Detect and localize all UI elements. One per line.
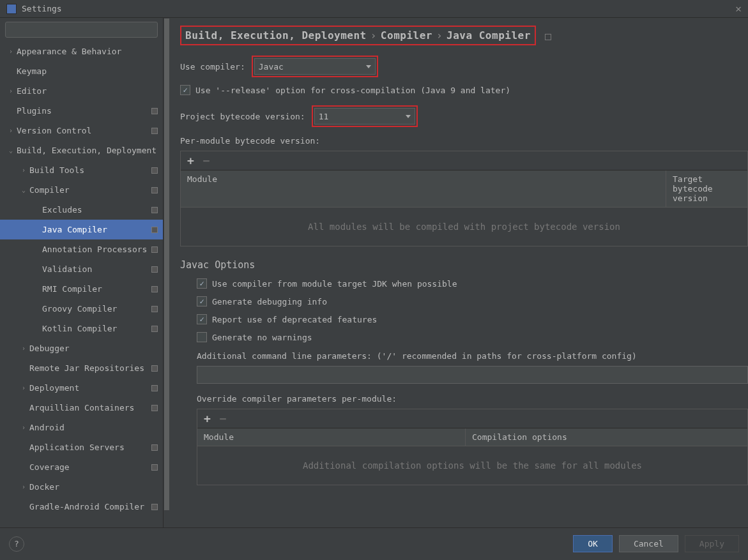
module-marker-icon — [151, 306, 158, 312]
chevron-right-icon: › — [436, 29, 443, 42]
project-bytecode-value: 11 — [319, 112, 401, 121]
sidebar-item[interactable]: ⌄Compiler — [0, 180, 163, 200]
module-marker-icon — [151, 187, 158, 193]
sidebar-item-label: Debugger — [29, 344, 158, 353]
project-bytecode-label: Project bytecode version: — [180, 112, 305, 121]
chevron-right-icon: › — [22, 424, 29, 431]
module-marker-icon — [151, 464, 158, 471]
sidebar-item[interactable]: ›Appearance & Behavior — [0, 42, 163, 61]
sidebar-item[interactable]: Plugins — [0, 101, 163, 121]
module-marker-icon — [151, 266, 158, 273]
sidebar-item-label: Plugins — [17, 106, 158, 116]
deprecated-label: Report use of deprecated features — [212, 315, 377, 324]
sidebar-item[interactable]: RMI Compiler — [0, 279, 163, 299]
sidebar-item[interactable]: Coverage — [0, 457, 163, 477]
project-bytecode-combo[interactable]: 11 — [314, 108, 415, 125]
remove-override-button: − — [220, 412, 227, 425]
breadcrumb-0[interactable]: Build, Execution, Deployment — [185, 29, 367, 42]
sidebar-item[interactable]: Annotation Processors — [0, 239, 163, 259]
use-module-jdk-checkbox[interactable] — [197, 278, 207, 289]
module-marker-icon — [151, 167, 158, 174]
sidebar-item-label: Compiler — [29, 185, 158, 195]
sidebar-item[interactable]: Groovy Compiler — [0, 299, 163, 319]
sidebar-item[interactable]: ›Version Control — [0, 121, 163, 140]
deprecated-checkbox[interactable] — [197, 314, 207, 324]
addl-params-label: Additional command line parameters: ('/'… — [197, 351, 748, 361]
chevron-right-icon: › — [22, 167, 29, 174]
chevron-right-icon: › — [9, 87, 17, 95]
apply-button[interactable]: Apply — [685, 535, 739, 552]
sidebar-item-label: Android — [29, 423, 158, 432]
table-empty-text2: Additional compilation options will be t… — [197, 446, 747, 485]
sidebar-item[interactable]: Keymap — [0, 61, 163, 81]
col-target-bytecode[interactable]: Target bytecode version — [666, 170, 747, 207]
use-module-jdk-label: Use compiler from module target JDK when… — [212, 279, 457, 289]
add-module-button[interactable]: + — [187, 154, 194, 167]
add-override-button[interactable]: + — [204, 412, 211, 425]
sidebar-item-label: Java Compiler — [42, 225, 158, 234]
chevron-down-icon — [406, 115, 411, 118]
sidebar-item[interactable]: ›Deployment — [0, 378, 163, 398]
close-icon[interactable]: ✕ — [735, 3, 742, 15]
col-module2[interactable]: Module — [197, 428, 466, 446]
javac-options-title: Javac Options — [180, 259, 748, 271]
use-compiler-label: Use compiler: — [180, 62, 245, 72]
cancel-button[interactable]: Cancel — [619, 535, 678, 552]
settings-tree[interactable]: ›Appearance & BehaviorKeymap›EditorPlugi… — [0, 42, 163, 527]
chevron-down-icon — [366, 65, 371, 68]
sidebar-item[interactable]: ›Debugger — [0, 338, 163, 358]
release-option-label: Use '--release' option for cross-compila… — [195, 86, 510, 95]
release-option-checkbox[interactable] — [180, 85, 190, 95]
sidebar-item-label: Version Control — [17, 126, 158, 135]
breadcrumb-2: Java Compiler — [447, 29, 531, 42]
col-module[interactable]: Module — [181, 170, 666, 207]
search-input[interactable] — [5, 22, 158, 38]
sidebar-item-label: Editor — [17, 86, 158, 96]
sidebar-item[interactable]: ›Build Tools — [0, 160, 163, 180]
sidebar-item[interactable]: Remote Jar Repositories — [0, 358, 163, 378]
no-warnings-checkbox[interactable] — [197, 332, 207, 342]
module-marker-icon — [151, 405, 158, 411]
sidebar-item[interactable]: ›Docker — [0, 477, 163, 497]
sidebar-item-label: RMI Compiler — [42, 284, 158, 294]
module-marker-icon — [151, 385, 158, 391]
addl-params-input[interactable] — [197, 366, 748, 384]
use-compiler-combo[interactable]: Javac — [254, 58, 376, 75]
sidebar-item[interactable]: Validation — [0, 259, 163, 279]
debug-info-checkbox[interactable] — [197, 296, 207, 306]
sidebar-item[interactable]: ⌄Build, Execution, Deployment — [0, 140, 163, 160]
sidebar-item[interactable]: Excludes — [0, 200, 163, 220]
breadcrumb-1[interactable]: Compiler — [381, 29, 432, 42]
no-warnings-label: Generate no warnings — [212, 333, 312, 342]
module-marker-icon — [151, 108, 158, 114]
help-button[interactable]: ? — [9, 536, 24, 552]
sidebar-item[interactable]: ›Editor — [0, 81, 163, 101]
sidebar-item-label: Deployment — [29, 383, 158, 393]
sidebar-item-label: Coverage — [29, 462, 158, 472]
module-marker-icon — [151, 286, 158, 292]
content-pane: Build, Execution, Deployment › Compiler … — [170, 18, 748, 527]
table-empty-text: All modules will be compiled with projec… — [181, 208, 747, 246]
sidebar-item-label: Groovy Compiler — [42, 304, 158, 314]
window-title: Settings — [22, 4, 62, 13]
sidebar-item-label: Build, Execution, Deployment — [17, 146, 158, 155]
sidebar-item-label: Excludes — [42, 205, 158, 215]
module-marker-icon — [151, 326, 158, 332]
sidebar-item[interactable]: Arquillian Containers — [0, 398, 163, 418]
chevron-right-icon: › — [9, 127, 17, 134]
footer: ? OK Cancel Apply — [0, 527, 748, 559]
sidebar-item[interactable]: ›Android — [0, 418, 163, 437]
col-compilation-options[interactable]: Compilation options — [466, 428, 747, 446]
per-module-label: Per-module bytecode version: — [180, 136, 748, 146]
module-marker-icon — [151, 227, 158, 233]
sidebar-item[interactable]: Application Servers — [0, 437, 163, 457]
ok-button[interactable]: OK — [573, 535, 613, 552]
sidebar-item-label: Kotlin Compiler — [42, 324, 158, 333]
sidebar-scrollbar[interactable] — [164, 18, 170, 527]
module-marker-icon — [151, 365, 158, 372]
breadcrumb: Build, Execution, Deployment › Compiler … — [180, 26, 536, 45]
scroll-thumb[interactable] — [164, 19, 169, 510]
sidebar-item[interactable]: Java Compiler — [0, 220, 163, 239]
sidebar-item[interactable]: Gradle-Android Compiler — [0, 497, 163, 517]
sidebar-item[interactable]: Kotlin Compiler — [0, 319, 163, 338]
